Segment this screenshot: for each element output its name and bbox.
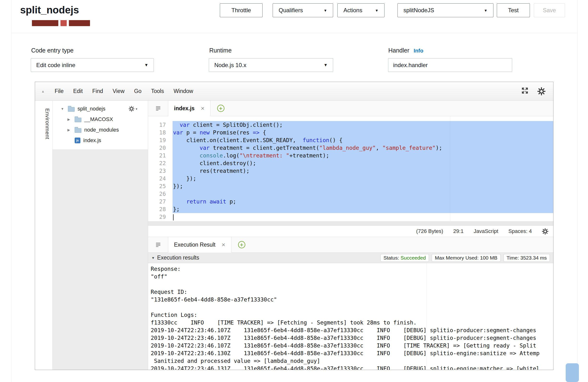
code-lines: 17 var client = SplitObj.client();18var … — [148, 121, 553, 221]
code-line-19[interactable]: 19 client.on(client.Event.SDK_READY, fun… — [148, 136, 553, 144]
editor-menubar: ▲ FileEditFindViewGoToolsWindow — [35, 82, 553, 101]
new-tab-icon[interactable]: + — [238, 241, 245, 248]
execution-results-title: Execution results — [157, 254, 199, 261]
runtime-select[interactable]: Node.js 10.x ▼ — [209, 58, 333, 72]
code-entry-type-select[interactable]: Edit code inline ▼ — [31, 58, 154, 72]
save-button[interactable]: Save — [534, 3, 565, 17]
menu-tools[interactable]: Tools — [151, 88, 164, 95]
clipped-content — [32, 20, 90, 26]
editor-statusbar: (726 Bytes) 29:1 JavaScript Spaces: 4 — [148, 226, 553, 237]
tree-item-label: index.js — [83, 137, 101, 144]
code-line-22[interactable]: 22 client.destroy(); — [148, 159, 553, 167]
tab-execution-result[interactable]: Execution Result × — [168, 237, 231, 253]
print-margin — [426, 263, 426, 370]
file-tree: ▼split_nodejs▾▶__MACOSX▶node_modulesjsin… — [53, 101, 148, 149]
code-line-29[interactable]: 29 — [148, 213, 553, 221]
code-line-27[interactable]: 27 return await p; — [148, 198, 553, 205]
editor-tabbar: index.js × + — [148, 101, 553, 116]
handler-info-link[interactable]: Info — [414, 48, 423, 54]
line-number: 21 — [148, 152, 172, 159]
line-number: 19 — [148, 136, 172, 144]
language-mode[interactable]: JavaScript — [474, 228, 498, 234]
code-line-24[interactable]: 24 }); — [148, 175, 553, 182]
divider — [12, 33, 577, 33]
disclosure-closed-icon[interactable]: ▶ — [67, 128, 73, 132]
test-button[interactable]: Test — [497, 3, 530, 17]
menu-go[interactable]: Go — [134, 88, 142, 95]
file-tree-panel: ▼split_nodejs▾▶__MACOSX▶node_modulesjsin… — [53, 101, 148, 370]
chevron-down-icon: ▼ — [323, 8, 327, 12]
js-file-icon: js — [75, 137, 80, 143]
line-number: 29 — [148, 213, 172, 221]
cursor-position[interactable]: 29:1 — [453, 228, 464, 234]
collapse-menu-icon[interactable]: ▲ — [41, 89, 45, 93]
time-badge: Time:3523.34 ms — [504, 254, 550, 262]
memory-badge: Max Memory Used:100 MB — [432, 254, 500, 262]
disclosure-closed-icon[interactable]: ▶ — [67, 117, 73, 121]
tree-item--macosx[interactable]: ▶__MACOSX — [53, 114, 148, 125]
environment-label: Environment — [44, 108, 50, 139]
code-line-17[interactable]: 17 var client = SplitObj.client(); — [148, 121, 553, 129]
text-cursor — [173, 214, 173, 220]
collapse-caret-icon[interactable]: ▼ — [151, 256, 155, 260]
execution-tabbar: Execution Result × + — [148, 237, 553, 253]
menu-find[interactable]: Find — [92, 88, 103, 95]
handler-input[interactable] — [388, 58, 512, 72]
code-line-28[interactable]: 28}; — [148, 205, 553, 213]
menu-edit[interactable]: Edit — [73, 88, 83, 95]
folder-settings-gear-icon[interactable]: ▾ — [129, 106, 137, 112]
fullscreen-icon[interactable] — [521, 87, 529, 96]
new-tab-icon[interactable]: + — [217, 105, 224, 112]
statusbar-gear-icon[interactable] — [542, 228, 548, 235]
execution-log[interactable]: Response: "off" Request ID: "131e865f-6e… — [148, 263, 553, 370]
indentation-setting[interactable]: Spaces: 4 — [508, 228, 532, 234]
menu-file[interactable]: File — [55, 88, 63, 95]
chevron-down-icon: ▼ — [144, 63, 148, 68]
close-icon[interactable]: × — [222, 241, 225, 248]
right-border — [577, 0, 578, 382]
close-icon[interactable]: × — [201, 105, 205, 112]
folder-icon — [68, 107, 75, 112]
file-size: (726 Bytes) — [416, 228, 443, 234]
line-number: 28 — [148, 205, 172, 213]
execution-results-header[interactable]: ▼ Execution results Status:SucceededMax … — [148, 253, 553, 263]
line-number: 17 — [148, 121, 172, 129]
disclosure-open-icon[interactable]: ▼ — [61, 107, 66, 111]
code-line-23[interactable]: 23 res(treatment); — [148, 167, 553, 175]
code-line-18[interactable]: 18var p = new Promise(res => { — [148, 129, 553, 136]
document-icon[interactable] — [148, 237, 168, 252]
tree-item-label: __MACOSX — [84, 116, 113, 122]
document-icon[interactable] — [148, 101, 168, 116]
menu-view[interactable]: View — [113, 88, 124, 95]
tree-item-index-js[interactable]: jsindex.js — [53, 135, 148, 146]
settings-gear-icon[interactable] — [537, 87, 546, 96]
tree-item-split-nodejs[interactable]: ▼split_nodejs▾ — [53, 104, 148, 114]
tree-item-node-modules[interactable]: ▶node_modules — [53, 125, 148, 135]
line-number: 27 — [148, 198, 172, 205]
code-line-26[interactable]: 26 — [148, 190, 553, 198]
log-text: Response: "off" Request ID: "131e865f-6e… — [148, 263, 553, 370]
code-line-25[interactable]: 25}); — [148, 182, 553, 190]
tree-item-label: split_nodejs — [78, 106, 105, 112]
folder-icon — [75, 118, 81, 122]
menu-window[interactable]: Window — [173, 88, 193, 95]
chevron-down-icon: ▾ — [136, 107, 137, 111]
function-select[interactable]: splitNodeJS ▼ — [398, 3, 493, 17]
line-number: 23 — [148, 167, 172, 175]
tree-item-label: node_modules — [84, 127, 119, 133]
feedback-button[interactable] — [566, 363, 579, 382]
code-editor: ▲ FileEditFindViewGoToolsWindow Environm… — [35, 82, 553, 370]
print-margin — [450, 116, 450, 221]
qualifiers-button[interactable]: Qualifiers ▼ — [273, 3, 333, 17]
chevron-down-icon: ▼ — [375, 8, 378, 12]
code-line-21[interactable]: 21 console.log("\ntreatment: "+treatment… — [148, 152, 553, 159]
menubar-right-icons — [521, 87, 546, 96]
editor-gutter-end — [148, 221, 553, 226]
code-line-20[interactable]: 20 var treatment = client.getTreatment("… — [148, 144, 553, 152]
environment-sidebar[interactable]: Environment — [35, 101, 53, 370]
tab-index-js[interactable]: index.js × — [168, 101, 210, 116]
throttle-button[interactable]: Throttle — [220, 3, 263, 17]
actions-button[interactable]: Actions ▼ — [337, 3, 384, 17]
code-area[interactable]: 17 var client = SplitObj.client();18var … — [148, 116, 553, 221]
handler-label: Handler — [388, 47, 409, 54]
